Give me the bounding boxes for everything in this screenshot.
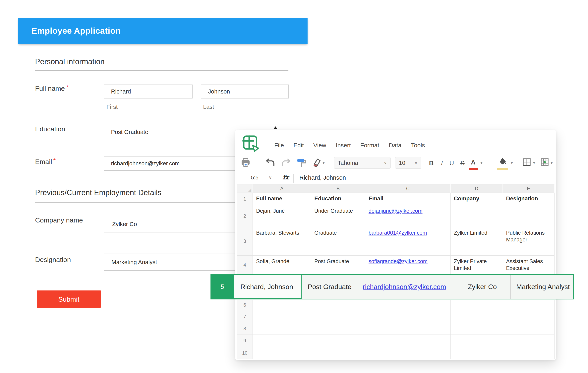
menu-view[interactable]: View	[313, 142, 326, 149]
cell-a1[interactable]: Full name	[253, 193, 311, 205]
cell-b1[interactable]: Education	[311, 193, 365, 205]
font-size-dropdown[interactable]: 10 ∨	[395, 157, 421, 169]
row-header[interactable]: 6	[237, 300, 253, 310]
cell-b3[interactable]: Graduate	[311, 227, 365, 255]
chevron-down-icon: ∨	[384, 160, 387, 165]
font-color-dropdown-icon[interactable]: ▾	[480, 160, 483, 165]
cell-c3[interactable]: barbara001@zylker.com	[365, 227, 451, 255]
menu-tools[interactable]: Tools	[411, 142, 425, 149]
email-link[interactable]: richardjohnson@zylker.com	[363, 283, 446, 291]
row-header[interactable]: 3	[237, 227, 253, 255]
font-size-value: 10	[399, 160, 405, 166]
cell-b2[interactable]: Under Graduate	[311, 205, 365, 227]
row-header[interactable]: 9	[237, 335, 253, 347]
cell-e4[interactable]: Assistant Sales Executive	[503, 256, 555, 274]
font-family-dropdown[interactable]: Tahoma ∨	[334, 157, 391, 169]
section-divider	[35, 70, 288, 71]
select-up-arrow-icon[interactable]	[273, 126, 277, 129]
merge-cells-button[interactable]	[540, 157, 550, 167]
cell-d4[interactable]: Zylker Private Limited	[451, 256, 503, 274]
row-header[interactable]: 7	[237, 310, 253, 323]
column-header-row: ◢ A B C D E	[237, 184, 555, 193]
fill-color-button[interactable]	[497, 157, 507, 167]
printer-icon	[240, 158, 251, 168]
cell-d5[interactable]: Zylker Co	[459, 275, 510, 299]
menu-edit[interactable]: Edit	[294, 142, 304, 149]
cell-d2[interactable]	[451, 205, 503, 227]
column-header-b[interactable]: B	[311, 184, 365, 192]
chevron-down-icon: ∨	[414, 160, 418, 165]
erase-format-button[interactable]	[311, 158, 321, 168]
cell-e3[interactable]: Public Relations Manager	[503, 227, 555, 255]
first-name-input[interactable]	[104, 85, 193, 98]
column-header-e[interactable]: E	[503, 184, 555, 192]
cell-a4[interactable]: Sofia, Grandé	[253, 256, 311, 274]
strikethrough-button[interactable]: S	[458, 158, 467, 168]
row-header-5[interactable]: 5	[211, 275, 234, 299]
email-link[interactable]: dejanjuric@zylker.com	[368, 208, 422, 214]
borders-button[interactable]	[522, 157, 532, 167]
paint-format-button[interactable]	[296, 158, 306, 168]
fill-color-dropdown-icon[interactable]: ▾	[511, 160, 513, 165]
cell-d3[interactable]: Zylker Limited	[451, 227, 503, 255]
table-row: 2 Dejan, Jurić Under Graduate dejanjuric…	[237, 205, 555, 227]
cell-a5[interactable]: Richard, Johnson	[234, 275, 302, 299]
column-header-a[interactable]: A	[253, 184, 311, 192]
cell-c5[interactable]: richardjohnson@zylker.com	[358, 275, 459, 299]
cell-e5[interactable]: Marketing Analyst	[510, 275, 573, 299]
menu-insert[interactable]: Insert	[336, 142, 351, 149]
borders-dropdown-icon[interactable]: ▾	[533, 160, 535, 165]
column-header-c[interactable]: C	[365, 184, 451, 192]
email-link[interactable]: barbara001@zylker.com	[368, 230, 427, 236]
table-row: 8	[237, 323, 555, 335]
cell-d1[interactable]: Company	[451, 193, 503, 205]
cell-c1[interactable]: Email	[365, 193, 451, 205]
email-link[interactable]: sofiagrande@zylker.com	[368, 258, 428, 264]
name-box[interactable]: 5:5	[245, 175, 265, 181]
cell-e1[interactable]: Designation	[503, 193, 555, 205]
education-label: Education	[35, 125, 65, 133]
cell-a3[interactable]: Barbara, Stewarts	[253, 227, 311, 255]
row-header[interactable]: 1	[237, 193, 253, 205]
cell-c2[interactable]: dejanjuric@zylker.com	[365, 205, 451, 227]
cell-a2[interactable]: Dejan, Jurić	[253, 205, 311, 227]
italic-button[interactable]: I	[438, 158, 446, 168]
name-box-dropdown-icon[interactable]: ∨	[269, 175, 272, 180]
cell-e2[interactable]	[503, 205, 555, 227]
font-color-button[interactable]: A	[469, 158, 478, 167]
full-name-label: Full name*	[35, 84, 69, 92]
redo-icon	[281, 158, 291, 168]
resize-corner-icon: ◢	[248, 187, 251, 192]
row-header[interactable]: 2	[237, 205, 253, 227]
designation-label: Designation	[35, 256, 71, 264]
row-header[interactable]: 4	[237, 256, 253, 274]
company-name-label: Company name	[35, 216, 83, 224]
formula-input[interactable]: Richard, Johnson	[299, 174, 548, 181]
first-name-helper: First	[106, 104, 118, 110]
table-row: 6	[237, 300, 555, 310]
cell-b5[interactable]: Post Graduate	[302, 275, 358, 299]
required-asterisk: *	[52, 157, 56, 164]
paint-roller-icon	[296, 158, 306, 168]
print-button[interactable]	[240, 158, 251, 168]
undo-button[interactable]	[265, 158, 275, 168]
column-header-d[interactable]: D	[451, 184, 503, 192]
last-name-input[interactable]	[201, 85, 289, 98]
eraser-dropdown-icon[interactable]: ▾	[323, 160, 325, 165]
underline-button[interactable]: U	[447, 158, 456, 168]
merge-dropdown-icon[interactable]: ▾	[551, 160, 553, 165]
section-heading-employment: Previous/Current Employment Details	[35, 188, 161, 197]
menu-format[interactable]: Format	[360, 142, 379, 149]
select-all-corner[interactable]: ◢	[237, 184, 253, 192]
cell-c4[interactable]: sofiagrande@zylker.com	[365, 256, 451, 274]
submit-button[interactable]: Submit	[37, 290, 101, 308]
redo-button[interactable]	[281, 158, 291, 168]
merge-cells-icon	[540, 157, 550, 167]
bold-button[interactable]: B	[427, 158, 436, 168]
row-header[interactable]: 10	[237, 347, 253, 359]
row-header[interactable]: 8	[237, 323, 253, 334]
menu-file[interactable]: File	[274, 142, 284, 149]
fx-icon: fx	[283, 174, 289, 181]
menu-data[interactable]: Data	[389, 142, 401, 149]
cell-b4[interactable]: Post Graduate	[311, 256, 365, 274]
